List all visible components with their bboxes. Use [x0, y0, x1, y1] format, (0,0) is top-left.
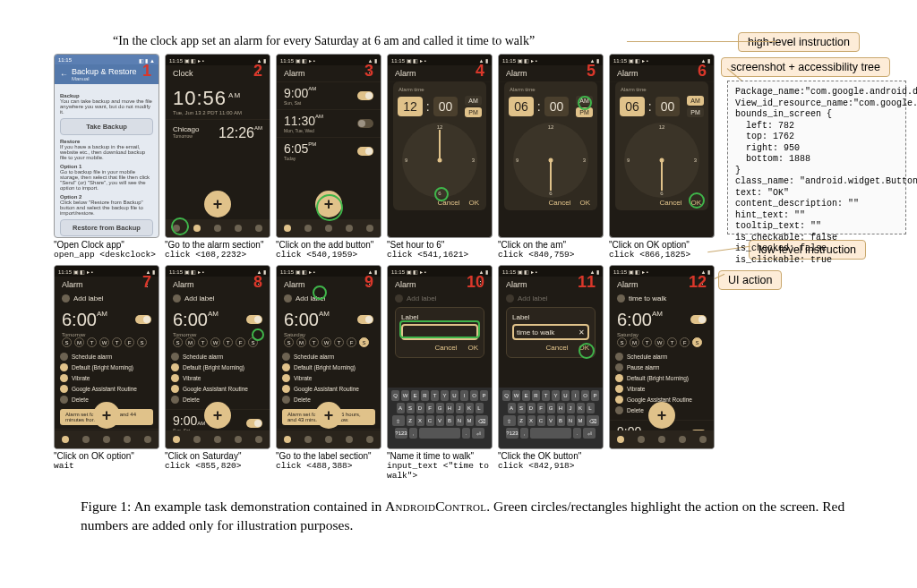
- step-number: 1: [142, 62, 151, 81]
- hour-box[interactable]: 12: [398, 97, 423, 116]
- alarm-toggle[interactable]: [357, 147, 373, 156]
- action-highlight: [689, 192, 705, 209]
- screenshot-11: 11:15 ▣ ◧ ▸ •▲ ▮ 11 Alarm⋮ Add label 6:0…: [498, 265, 604, 449]
- screenshot-10: 11:15 ▣ ◧ ▸ •▲ ▮ 10 Alarm⋮ Add label 6:0…: [387, 265, 493, 449]
- screenshot-2: 11:15 ▣ ◧ ▸ •▲ ▮ 2 Clock⋮ 10:56AM Tue, J…: [165, 54, 270, 238]
- action-highlight: [171, 217, 189, 235]
- screenshot-12: 11:15 ▣ ◧ ▸ •▲ ▮ 12 Alarm⋮ time to walk …: [609, 265, 715, 449]
- fab-add[interactable]: +: [204, 191, 231, 217]
- screenshot-5: 11:15 ▣ ◧ ▸ •▲ ▮ 5 Alarm 9:00 Alarm time…: [498, 54, 604, 238]
- row-2: 11:15 ▣ ◧ ▸ •▲ ▮ 7 Alarm⋮ Add label 6:00…: [54, 265, 863, 481]
- action-highlight: [316, 194, 343, 221]
- action-highlight: [578, 96, 592, 110]
- accessibility-metadata-panel: Package_name:"com.google.android.deskclo…: [727, 81, 906, 234]
- action-highlight: [399, 320, 480, 338]
- take-backup-button[interactable]: Take Backup: [60, 118, 153, 135]
- screenshot-4: 11:15 ▣ ◧ ▸ •▲ ▮ 4 Alarm 9:00 Alarm time…: [387, 54, 493, 238]
- step-caption: "Open Clock app": [54, 240, 159, 251]
- alarm-toggle[interactable]: [357, 119, 373, 128]
- screenshot-7: 11:15 ▣ ◧ ▸ •▲ ▮ 7 Alarm⋮ Add label 6:00…: [54, 265, 159, 449]
- minute-box[interactable]: 00: [433, 97, 458, 116]
- figure-caption: Figure 1: An example task demonstration …: [54, 498, 863, 535]
- label-input[interactable]: time to walk✕: [512, 324, 589, 340]
- screenshot-3: 11:15 ▣ ◧ ▸ •▲ ▮ 3 Alarm⋮ 9:00AMSun, Sat…: [276, 54, 381, 238]
- annot-high-level: high-level instruction: [738, 32, 860, 52]
- screenshot-8: 11:15 ▣ ◧ ▸ •▲ ▮ 8 Alarm⋮ Add label 6:00…: [165, 265, 270, 449]
- annot-ui-action: UI action: [718, 270, 782, 290]
- soft-keyboard[interactable]: QWERTYUIOP ASDFGHJKL ⇧ZXCVBNM⌫ ?123,.⏎: [388, 388, 492, 448]
- time-picker[interactable]: Alarm time 12 : 00 AMPM 12 3 6 9 CancelO…: [393, 81, 486, 210]
- dataset-name: AndroidControl: [385, 499, 486, 514]
- restore-backup-button[interactable]: Restore from Backup: [60, 219, 153, 236]
- screenshot-1: 11:15◧ ▮ ▲ 1 ←Backup & RestoreManual Bac…: [54, 54, 159, 238]
- action-highlight: [578, 343, 595, 359]
- step-command: open_app <deskclock>: [54, 251, 159, 260]
- screenshot-9: 11:15 ▣ ◧ ▸ •▲ ▮ 9 Alarm⋮ Add label 6:00…: [276, 265, 381, 449]
- action-highlight: [434, 187, 449, 201]
- screenshot-6: 11:15 ▣ ◧ ▸ •▲ ▮ 6 Alarm 9:00 Alarm time…: [609, 54, 715, 238]
- label-dialog: Label CancelOK: [395, 307, 484, 358]
- label-icon[interactable]: [62, 294, 70, 303]
- annot-screenshot-tree: screenshot + accessibility tree: [721, 57, 890, 77]
- alarm-toggle[interactable]: [357, 91, 373, 100]
